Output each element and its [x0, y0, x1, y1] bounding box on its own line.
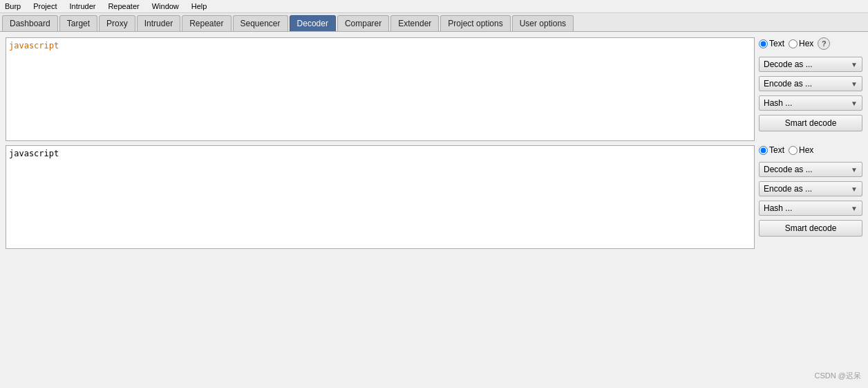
panel1-radio-row: Text Hex ? — [759, 37, 862, 50]
tab-bar: Dashboard Target Proxy Intruder Repeater… — [0, 13, 868, 32]
panel2-hash-arrow-icon: ▼ — [851, 205, 858, 212]
panel1-smart-decode-button[interactable]: Smart decode — [759, 115, 862, 131]
panel1-encode-arrow-icon: ▼ — [851, 80, 858, 88]
panel2-text-label: Text — [769, 145, 784, 155]
panel2-decode-dropdown[interactable]: Decode as ... ▼ — [759, 162, 862, 177]
menu-intruder[interactable]: Intruder — [68, 1, 98, 11]
panel2-encode-arrow-icon: ▼ — [851, 185, 858, 193]
tab-extender[interactable]: Extender — [390, 15, 439, 31]
panel1-hash-arrow-icon: ▼ — [851, 100, 858, 107]
panel2-text-radio[interactable] — [759, 146, 768, 155]
tab-dashboard[interactable]: Dashboard — [2, 15, 58, 31]
panel1-hash-label: Hash ... — [764, 98, 792, 108]
main-content: javascript Text Hex ? Decode as ... — [0, 32, 868, 255]
panel2-textarea[interactable]: javascript — [6, 145, 755, 249]
panel1-controls: Text Hex ? Decode as ... ▼ Encode as ...… — [759, 37, 862, 141]
panel1-content: javascript — [9, 41, 59, 50]
panel1-hex-radio-label[interactable]: Hex — [789, 39, 813, 48]
tab-repeater[interactable]: Repeater — [182, 15, 231, 31]
panel2-content: javascript — [9, 149, 59, 158]
panel2-hash-dropdown[interactable]: Hash ... ▼ — [759, 201, 862, 216]
panels-area: javascript Text Hex ? Decode as ... — [6, 37, 862, 249]
tab-user-options[interactable]: User options — [512, 15, 574, 31]
panel2-radio-row: Text Hex — [759, 145, 862, 155]
panel1-hex-label: Hex — [799, 39, 813, 48]
menu-burp[interactable]: Burp — [3, 1, 23, 11]
tab-sequencer[interactable]: Sequencer — [233, 15, 288, 31]
panel1-text-label: Text — [769, 39, 784, 48]
panel2-decode-arrow-icon: ▼ — [851, 166, 858, 174]
tab-intruder[interactable]: Intruder — [137, 15, 180, 31]
tab-proxy[interactable]: Proxy — [99, 15, 135, 31]
panel2-hex-radio[interactable] — [789, 146, 798, 155]
panel2-hex-radio-label[interactable]: Hex — [789, 145, 813, 155]
panel-2: javascript Text Hex Decode as ... ▼ — [6, 145, 862, 249]
panel1-hash-dropdown[interactable]: Hash ... ▼ — [759, 95, 862, 111]
menu-window[interactable]: Window — [150, 1, 181, 11]
menu-repeater[interactable]: Repeater — [106, 1, 141, 11]
panel2-hex-label: Hex — [799, 145, 813, 155]
menu-help[interactable]: Help — [189, 1, 209, 11]
panel1-hex-radio[interactable] — [789, 39, 798, 48]
panel2-smart-decode-button[interactable]: Smart decode — [759, 220, 862, 237]
tab-comparer[interactable]: Comparer — [337, 15, 389, 31]
panel2-encode-label: Encode as ... — [764, 184, 812, 194]
panel1-decode-label: Decode as ... — [764, 59, 813, 69]
panel2-encode-dropdown[interactable]: Encode as ... ▼ — [759, 181, 862, 196]
help-icon[interactable]: ? — [818, 37, 830, 50]
menu-project[interactable]: Project — [31, 1, 59, 11]
panel1-decode-dropdown[interactable]: Decode as ... ▼ — [759, 57, 862, 72]
panel1-text-radio-label[interactable]: Text — [759, 39, 784, 48]
panel1-text-radio[interactable] — [759, 39, 768, 48]
tab-project-options[interactable]: Project options — [440, 15, 510, 31]
panel2-decode-label: Decode as ... — [764, 165, 813, 174]
panel1-encode-dropdown[interactable]: Encode as ... ▼ — [759, 76, 862, 91]
panel1-decode-arrow-icon: ▼ — [851, 61, 858, 68]
panel2-text-radio-label[interactable]: Text — [759, 145, 784, 155]
panel-1: javascript Text Hex ? Decode as ... — [6, 37, 862, 141]
panel2-hash-label: Hash ... — [764, 203, 792, 213]
menu-bar: Burp Project Intruder Repeater Window He… — [0, 0, 868, 13]
tab-decoder[interactable]: Decoder — [290, 15, 336, 31]
tab-target[interactable]: Target — [59, 15, 97, 31]
panel2-controls: Text Hex Decode as ... ▼ Encode as ... ▼ — [759, 145, 862, 249]
panel1-textarea[interactable]: javascript — [6, 37, 755, 141]
panel1-encode-label: Encode as ... — [764, 79, 812, 89]
